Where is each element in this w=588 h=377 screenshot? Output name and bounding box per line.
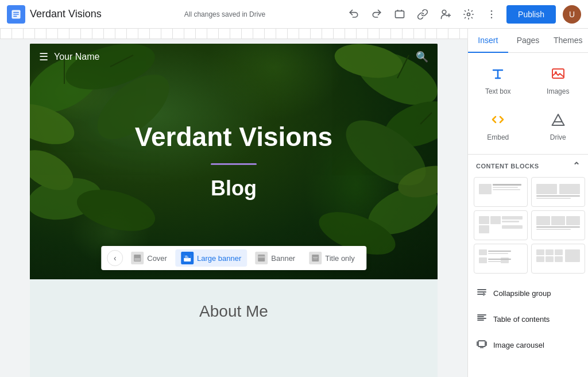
hero-content: Verdant Visions Blog bbox=[30, 44, 438, 279]
svg-rect-51 bbox=[502, 225, 523, 229]
svg-point-5 bbox=[491, 13, 493, 15]
publish-button[interactable]: Publish bbox=[506, 5, 556, 24]
svg-rect-61 bbox=[479, 257, 487, 263]
undo-button[interactable] bbox=[343, 4, 364, 25]
svg-rect-39 bbox=[493, 184, 521, 186]
about-me-title: About Me bbox=[41, 302, 426, 321]
content-blocks-header: CONTENT BLOCKS ⌃ bbox=[468, 155, 588, 175]
panel-tabs: Insert Pages Themes bbox=[468, 29, 588, 53]
block-thumb-5[interactable] bbox=[474, 244, 528, 274]
below-fold-section: About Me bbox=[30, 279, 438, 377]
canvas-area: ☰ Your Name 🔍 Verdant Visions Blog ‹ bbox=[0, 29, 467, 377]
svg-point-2 bbox=[442, 10, 446, 14]
svg-rect-70 bbox=[565, 249, 580, 262]
tab-insert[interactable]: Insert bbox=[468, 29, 508, 53]
preview-button[interactable] bbox=[389, 4, 410, 25]
svg-rect-42 bbox=[536, 184, 557, 194]
image-carousel-item[interactable]: Image carousel bbox=[468, 332, 588, 358]
app-header: Verdant Visions All changes saved in Dri… bbox=[0, 0, 588, 29]
svg-rect-57 bbox=[479, 249, 487, 255]
insert-text-box[interactable]: Text box bbox=[468, 57, 528, 103]
banner-option-cover[interactable]: Cover bbox=[125, 249, 173, 267]
copy-link-button[interactable] bbox=[412, 4, 433, 25]
cover-icon bbox=[131, 252, 144, 264]
svg-rect-26 bbox=[134, 258, 140, 261]
banner-prev-button[interactable]: ‹ bbox=[107, 250, 123, 266]
insert-text-box-label: Text box bbox=[485, 87, 511, 95]
svg-rect-66 bbox=[555, 249, 563, 255]
block-thumb-2[interactable] bbox=[531, 177, 585, 207]
save-status: All changes saved in Drive bbox=[111, 10, 339, 18]
block-thumb-4[interactable] bbox=[531, 210, 585, 240]
svg-rect-34 bbox=[313, 257, 318, 258]
insert-embed[interactable]: Embed bbox=[468, 103, 528, 149]
doc-title: Verdant Visions bbox=[30, 8, 102, 20]
tab-pages[interactable]: Pages bbox=[508, 29, 548, 53]
svg-rect-48 bbox=[502, 216, 523, 220]
insert-drive-label: Drive bbox=[550, 133, 566, 141]
hero-subtitle: Blog bbox=[211, 176, 257, 201]
block-thumb-6[interactable] bbox=[531, 244, 585, 274]
collapsible-group-icon bbox=[476, 286, 488, 301]
svg-rect-62 bbox=[488, 259, 511, 260]
user-avatar[interactable]: U bbox=[563, 5, 581, 24]
svg-rect-29 bbox=[185, 256, 187, 256]
toolbar-icons: Publish U bbox=[343, 4, 581, 25]
svg-rect-49 bbox=[502, 221, 519, 222]
collapsible-group-item[interactable]: Collapsible group bbox=[468, 280, 588, 306]
svg-rect-44 bbox=[536, 195, 580, 197]
svg-rect-65 bbox=[546, 249, 554, 255]
collapse-icon[interactable]: ⌃ bbox=[572, 160, 581, 171]
title-only-icon bbox=[309, 252, 322, 264]
block-thumb-1[interactable] bbox=[474, 177, 528, 207]
svg-point-74 bbox=[482, 347, 483, 348]
svg-rect-41 bbox=[493, 189, 520, 190]
svg-point-73 bbox=[481, 347, 482, 348]
svg-rect-1 bbox=[396, 11, 404, 18]
banner-option-banner[interactable]: Banner bbox=[249, 249, 301, 267]
svg-rect-50 bbox=[479, 225, 489, 233]
svg-rect-55 bbox=[536, 226, 580, 228]
svg-rect-30 bbox=[185, 257, 188, 257]
hero-main-title: Verdant Visions bbox=[135, 122, 332, 152]
banner-option-large-banner[interactable]: Large banner bbox=[175, 249, 247, 267]
svg-point-6 bbox=[491, 17, 493, 18]
svg-rect-32 bbox=[258, 256, 265, 258]
svg-rect-60 bbox=[501, 257, 509, 263]
image-carousel-icon bbox=[476, 338, 488, 352]
tab-themes[interactable]: Themes bbox=[548, 29, 588, 53]
banner-icon bbox=[255, 252, 268, 264]
svg-rect-71 bbox=[478, 341, 485, 347]
svg-rect-53 bbox=[551, 216, 565, 225]
svg-rect-63 bbox=[488, 261, 508, 262]
block-thumb-3[interactable] bbox=[474, 210, 528, 240]
drive-icon bbox=[550, 111, 566, 130]
content-blocks-label: CONTENT BLOCKS bbox=[476, 163, 539, 170]
svg-rect-68 bbox=[546, 256, 554, 262]
svg-point-72 bbox=[480, 347, 481, 348]
settings-button[interactable] bbox=[458, 4, 479, 25]
insert-images[interactable]: Images bbox=[528, 57, 589, 103]
svg-point-4 bbox=[491, 10, 493, 11]
insert-images-label: Images bbox=[547, 87, 569, 95]
images-icon bbox=[550, 66, 566, 84]
banner-option-banner-label: Banner bbox=[271, 254, 295, 263]
svg-rect-36 bbox=[552, 69, 564, 78]
hero-section[interactable]: ☰ Your Name 🔍 Verdant Visions Blog ‹ bbox=[30, 44, 438, 279]
svg-rect-56 bbox=[536, 229, 571, 230]
table-of-contents-label: Table of contents bbox=[493, 315, 550, 324]
more-button[interactable] bbox=[481, 4, 502, 25]
svg-rect-47 bbox=[490, 216, 501, 224]
svg-point-3 bbox=[467, 13, 470, 16]
svg-rect-46 bbox=[479, 216, 489, 224]
svg-rect-38 bbox=[479, 184, 492, 194]
banner-option-title-only[interactable]: Title only bbox=[303, 249, 361, 267]
insert-drive[interactable]: Drive bbox=[528, 103, 589, 149]
table-of-contents-item[interactable]: Table of contents bbox=[468, 306, 588, 332]
blocks-grid bbox=[468, 175, 588, 276]
add-people-button[interactable] bbox=[435, 4, 456, 25]
hero-divider bbox=[211, 163, 257, 165]
table-of-contents-icon bbox=[476, 312, 488, 326]
redo-button[interactable] bbox=[366, 4, 387, 25]
insert-embed-label: Embed bbox=[487, 133, 509, 141]
